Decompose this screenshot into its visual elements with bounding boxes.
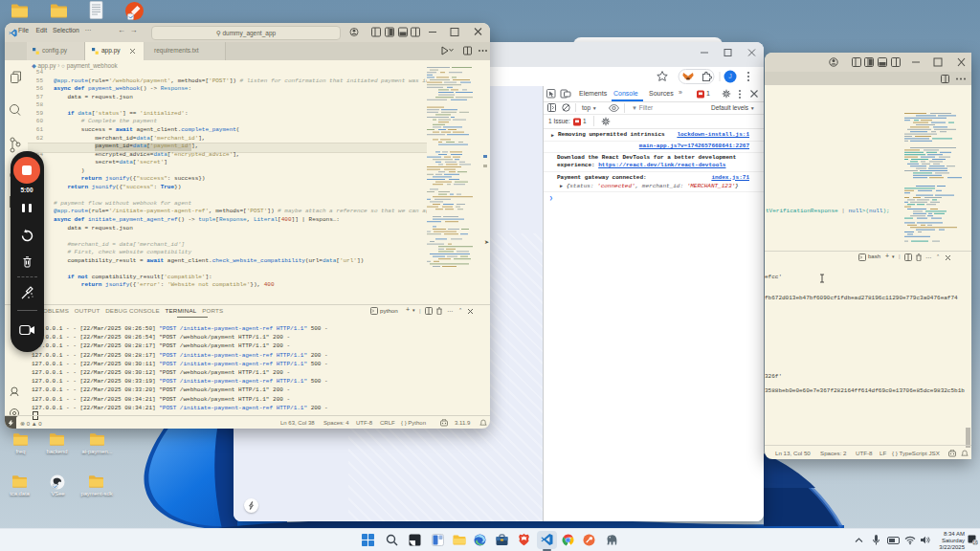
svg-text:J: J: [728, 73, 732, 79]
svg-text:16: 16: [972, 540, 978, 545]
